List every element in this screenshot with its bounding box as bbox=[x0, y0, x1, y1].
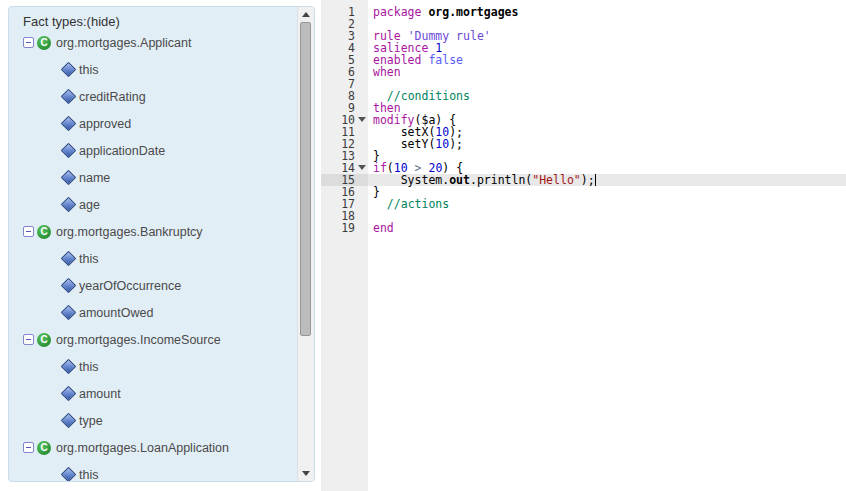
class-icon: C bbox=[37, 36, 51, 50]
collapse-minus-icon[interactable] bbox=[23, 334, 34, 345]
line-number: 6 bbox=[321, 66, 368, 78]
fact-types-header: Fact types:(hide) bbox=[23, 14, 120, 29]
fact-field-row[interactable]: name bbox=[9, 164, 296, 191]
code-token: ); bbox=[449, 137, 463, 151]
fact-field-row[interactable]: applicationDate bbox=[9, 137, 296, 164]
fact-class-label: org.mortgages.Applicant bbox=[56, 36, 192, 50]
scroll-up-button[interactable] bbox=[298, 7, 314, 22]
code-token bbox=[373, 197, 387, 211]
fold-toggle-icon[interactable] bbox=[358, 117, 366, 122]
fact-panel-scrollbar[interactable] bbox=[297, 7, 314, 481]
collapse-minus-icon[interactable] bbox=[23, 37, 34, 48]
line-number: 8 bbox=[321, 90, 368, 102]
fact-class-row[interactable]: Corg.mortgages.LoanApplication bbox=[9, 434, 296, 461]
code-line bbox=[368, 210, 846, 222]
code-token: //actions bbox=[387, 197, 449, 211]
fact-field-label: age bbox=[79, 198, 100, 212]
class-icon: C bbox=[37, 441, 51, 455]
fact-class-row[interactable]: Corg.mortgages.Applicant bbox=[9, 29, 296, 56]
field-diamond-icon bbox=[61, 386, 77, 402]
field-diamond-icon bbox=[61, 413, 77, 429]
fact-field-label: approved bbox=[79, 117, 131, 131]
scroll-down-arrow-icon bbox=[302, 471, 310, 476]
fact-field-row[interactable]: age bbox=[9, 191, 296, 218]
code-token: package bbox=[373, 5, 421, 19]
fold-toggle-icon[interactable] bbox=[358, 165, 366, 170]
fact-field-row[interactable]: this bbox=[9, 56, 296, 83]
fact-field-row[interactable]: this bbox=[9, 245, 296, 272]
drl-code-editor[interactable]: 12345678910111213141516171819 package or… bbox=[321, 0, 846, 491]
editor-gutter: 12345678910111213141516171819 bbox=[321, 0, 368, 491]
line-number: 2 bbox=[321, 18, 368, 30]
field-diamond-icon bbox=[61, 278, 77, 294]
code-token: end bbox=[373, 221, 394, 235]
code-token: .println( bbox=[470, 173, 532, 187]
code-token: setY( bbox=[373, 137, 435, 151]
fact-field-row[interactable]: yearOfOccurrence bbox=[9, 272, 296, 299]
code-line: //conditions bbox=[368, 90, 846, 102]
fact-field-label: name bbox=[79, 171, 110, 185]
fact-field-label: this bbox=[79, 63, 98, 77]
code-token: false bbox=[428, 53, 463, 67]
fact-class-row[interactable]: Corg.mortgages.IncomeSource bbox=[9, 326, 296, 353]
scroll-down-button[interactable] bbox=[298, 466, 314, 481]
code-token: 10 bbox=[435, 137, 449, 151]
code-line: package org.mortgages bbox=[368, 6, 846, 18]
field-diamond-icon bbox=[61, 467, 77, 482]
scrollbar-thumb[interactable] bbox=[300, 22, 311, 336]
fact-field-label: yearOfOccurrence bbox=[79, 279, 181, 293]
fact-field-row[interactable]: creditRating bbox=[9, 83, 296, 110]
fact-class-label: org.mortgages.LoanApplication bbox=[56, 441, 229, 455]
field-diamond-icon bbox=[61, 197, 77, 213]
line-number: 19 bbox=[321, 222, 368, 234]
fact-field-label: type bbox=[79, 414, 103, 428]
code-token: org.mortgages bbox=[428, 5, 518, 19]
collapse-minus-icon[interactable] bbox=[23, 442, 34, 453]
fact-field-row[interactable]: type bbox=[9, 407, 296, 434]
line-number: 3 bbox=[321, 30, 368, 42]
code-line: when bbox=[368, 66, 846, 78]
class-icon: C bbox=[37, 333, 51, 347]
fact-field-row[interactable]: this bbox=[9, 353, 296, 380]
fact-field-label: creditRating bbox=[79, 90, 146, 104]
fact-class-label: org.mortgages.IncomeSource bbox=[56, 333, 221, 347]
code-line: System.out.println("Hello"); bbox=[368, 174, 846, 186]
code-line: enabled false bbox=[368, 54, 846, 66]
field-diamond-icon bbox=[61, 143, 77, 159]
fact-field-label: amountOwed bbox=[79, 306, 153, 320]
field-diamond-icon bbox=[61, 170, 77, 186]
code-token: when bbox=[373, 65, 401, 79]
code-token: ); bbox=[581, 173, 595, 187]
code-line: //actions bbox=[368, 198, 846, 210]
line-number: 1 bbox=[321, 6, 368, 18]
field-diamond-icon bbox=[61, 251, 77, 267]
fact-field-row[interactable]: this bbox=[9, 461, 296, 482]
fact-field-row[interactable]: approved bbox=[9, 110, 296, 137]
line-number: 4 bbox=[321, 42, 368, 54]
fact-types-panel: Fact types:(hide) Corg.mortgages.Applica… bbox=[8, 6, 315, 482]
fact-field-label: applicationDate bbox=[79, 144, 165, 158]
hide-link[interactable]: (hide) bbox=[87, 14, 120, 29]
fact-class-row[interactable]: Corg.mortgages.Bankruptcy bbox=[9, 218, 296, 245]
field-diamond-icon bbox=[61, 305, 77, 321]
line-number: 7 bbox=[321, 78, 368, 90]
fact-field-row[interactable]: amount bbox=[9, 380, 296, 407]
fact-field-label: this bbox=[79, 360, 98, 374]
code-line: end bbox=[368, 222, 846, 234]
fact-field-label: this bbox=[79, 468, 98, 482]
fact-field-label: amount bbox=[79, 387, 121, 401]
field-diamond-icon bbox=[61, 359, 77, 375]
code-token: out bbox=[449, 173, 470, 187]
editor-code-area[interactable]: package org.mortgagesrule 'Dummy rule'sa… bbox=[368, 0, 846, 491]
field-diamond-icon bbox=[61, 89, 77, 105]
field-diamond-icon bbox=[61, 116, 77, 132]
line-number: 5 bbox=[321, 54, 368, 66]
fact-class-label: org.mortgages.Bankruptcy bbox=[56, 225, 203, 239]
text-cursor bbox=[595, 174, 597, 186]
code-token: "Hello" bbox=[532, 173, 580, 187]
code-line: setY(10); bbox=[368, 138, 846, 150]
scroll-up-arrow-icon bbox=[302, 12, 310, 17]
fact-field-row[interactable]: amountOwed bbox=[9, 299, 296, 326]
collapse-minus-icon[interactable] bbox=[23, 226, 34, 237]
fact-types-title: Fact types: bbox=[23, 14, 87, 29]
